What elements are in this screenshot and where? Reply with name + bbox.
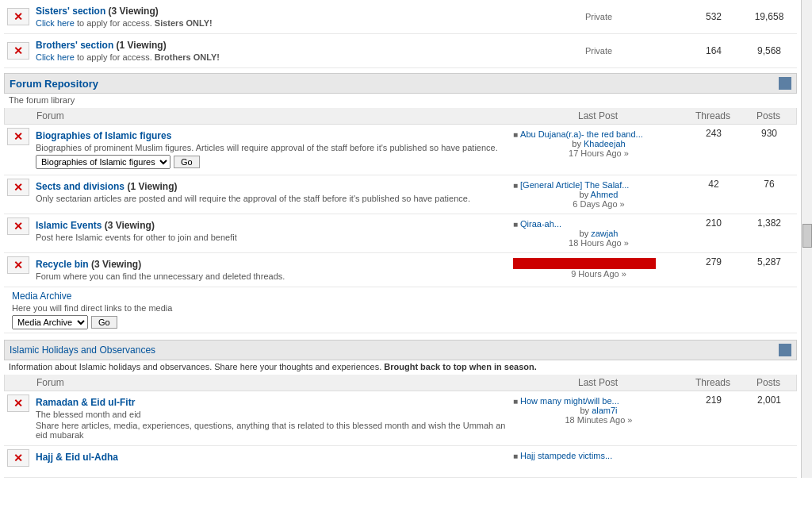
collapse-holidays-btn[interactable] xyxy=(779,344,791,356)
events-info: Islamic Events (3 Viewing) Post here Isl… xyxy=(32,217,511,244)
brothers-posts: 9,568 xyxy=(741,45,797,56)
hajj-last-post-link[interactable]: Hajj stampede victims... xyxy=(520,451,612,460)
holidays-col-header-threads: Threads xyxy=(685,377,741,388)
ramadan-posts: 2,001 xyxy=(741,394,797,406)
brothers-viewing: (1 Viewing) xyxy=(117,40,167,51)
holidays-col-header-forum: Forum xyxy=(5,377,511,388)
brothers-threads: 164 xyxy=(686,45,741,56)
x-icon: ✕ xyxy=(13,10,23,23)
recycle-desc: Forum where you can find the unnecessary… xyxy=(36,271,508,281)
forum-repository-link[interactable]: Forum Repository xyxy=(10,78,98,90)
islamic-events-row: ✕ Islamic Events (3 Viewing) Post here I… xyxy=(4,214,797,253)
sects-folder-icon: ✕ xyxy=(4,179,32,196)
recycle-last-post-ago: 9 Hours Ago » xyxy=(513,269,684,279)
forum-repository-col-headers: Forum Last Post Threads Posts xyxy=(4,108,797,125)
biographies-link[interactable]: Biographies of Islamic figures xyxy=(36,130,171,141)
sects-doc-icon: ■ xyxy=(513,181,518,190)
media-archive-link[interactable]: Media Archive xyxy=(12,291,71,302)
events-last-post: ■ Qiraa-ah... by zawjah 18 Hours Ago » xyxy=(511,217,686,249)
events-link[interactable]: Islamic Events xyxy=(36,220,102,231)
recycle-threads: 279 xyxy=(686,256,741,267)
sects-row: ✕ Sects and divisions (1 Viewing) Only s… xyxy=(4,175,797,214)
biographies-last-post-link[interactable]: Abu Dujana(r.a)- the red band... xyxy=(520,129,643,139)
biographies-dropdown[interactable]: Biographies of Islamic figures xyxy=(36,155,170,169)
ramadan-info: Ramadan & Eid ul-Fitr The blessed month … xyxy=(32,394,511,442)
ramadan-last-post-ago: 18 Minutes Ago » xyxy=(513,415,684,425)
holidays-section-desc: Information about Islamic holidays and o… xyxy=(4,360,797,375)
biographies-last-post-author[interactable]: Khadeejah xyxy=(584,139,626,148)
brothers-access: Private xyxy=(511,44,686,57)
events-last-post-ago: 18 Hours Ago » xyxy=(513,238,684,248)
sects-last-post: ■ [General Article] The Salaf... by Ahme… xyxy=(511,179,686,210)
recycle-info: Recycle bin (3 Viewing) Forum where you … xyxy=(32,256,511,283)
media-archive-desc: Here you will find direct links to the m… xyxy=(12,303,797,313)
ramadan-link[interactable]: Ramadan & Eid ul-Fitr xyxy=(36,397,135,408)
x-icon-4: ✕ xyxy=(13,181,23,194)
holidays-col-headers: Forum Last Post Threads Posts xyxy=(4,375,797,391)
events-folder-icon: ✕ xyxy=(4,217,32,235)
sisters-viewing: (3 Viewing) xyxy=(109,6,159,17)
ramadan-folder-icon: ✕ xyxy=(4,394,32,412)
sects-posts: 76 xyxy=(741,179,797,190)
events-posts: 1,382 xyxy=(741,217,797,229)
biographies-folder-icon: ✕ xyxy=(4,128,32,145)
biographies-posts: 930 xyxy=(741,128,797,139)
sects-last-post-link[interactable]: [General Article] The Salaf... xyxy=(520,180,629,190)
events-viewing: (3 Viewing) xyxy=(105,220,155,231)
biographies-last-post-ago: 17 Hours Ago » xyxy=(513,148,684,158)
sects-link[interactable]: Sects and divisions xyxy=(36,181,124,192)
scrollbar-thumb[interactable] xyxy=(802,224,812,248)
col-header-threads: Threads xyxy=(685,110,741,121)
ramadan-last-post-author[interactable]: alam7i xyxy=(592,406,617,415)
events-last-post-link[interactable]: Qiraa-ah... xyxy=(520,219,561,229)
recycle-redacted-bar xyxy=(513,258,656,269)
brothers-click-here-link[interactable]: Click here xyxy=(36,52,75,62)
holidays-section-header: Islamic Holidays and Observances xyxy=(4,340,797,360)
forum-repository-desc: The forum library xyxy=(4,94,797,108)
ramadan-desc1: The blessed month and eid xyxy=(36,410,508,419)
col-header-forum: Forum xyxy=(5,110,511,121)
ramadan-last-post-link[interactable]: How many might/will be... xyxy=(520,396,619,406)
holidays-section-link[interactable]: Islamic Holidays and Observances xyxy=(10,344,155,356)
recycle-viewing: (3 Viewing) xyxy=(91,259,141,270)
sects-last-post-author[interactable]: Ahmed xyxy=(591,190,619,199)
events-last-post-author[interactable]: zawjah xyxy=(591,229,618,238)
sisters-section-link[interactable]: Sisters' section xyxy=(36,6,105,17)
brothers-folder-icon: ✕ xyxy=(4,42,32,60)
scrollbar[interactable] xyxy=(801,0,812,478)
ramadan-row: ✕ Ramadan & Eid ul-Fitr The blessed mont… xyxy=(4,391,797,446)
sects-threads: 42 xyxy=(686,179,741,190)
sisters-forum-info: Sisters' section (3 Viewing) Click here … xyxy=(32,3,511,30)
sects-info: Sects and divisions (1 Viewing) Only sec… xyxy=(32,179,511,206)
ramadan-desc2: Share here articles, media, experiences,… xyxy=(36,421,508,440)
collapse-forum-repository-btn[interactable] xyxy=(779,77,791,90)
biographies-threads: 243 xyxy=(686,128,741,139)
hajj-row: ✕ Hajj & Eid ul-Adha ■ Hajj stampede vic… xyxy=(4,446,797,478)
post-doc-icon: ■ xyxy=(513,130,518,139)
sisters-link-desc: to apply for access. Sisters ONLY! xyxy=(77,18,213,28)
brothers-forum-info: Brothers' section (1 Viewing) Click here… xyxy=(32,37,511,64)
hajj-link[interactable]: Hajj & Eid ul-Adha xyxy=(36,452,118,463)
biographies-row: ✕ Biographies of Islamic figures Biograp… xyxy=(4,125,797,175)
biographies-go-button[interactable]: Go xyxy=(174,156,200,168)
media-archive-go-button[interactable]: Go xyxy=(91,316,117,329)
x-icon-8: ✕ xyxy=(13,452,23,464)
biographies-info: Biographies of Islamic figures Biographi… xyxy=(32,128,511,171)
brothers-section-link[interactable]: Brothers' section xyxy=(36,40,113,51)
brothers-section-row: ✕ Brothers' section (1 Viewing) Click he… xyxy=(4,34,797,68)
recycle-link[interactable]: Recycle bin xyxy=(36,259,89,270)
media-archive-dropdown[interactable]: Media Archive xyxy=(12,315,88,329)
recycle-posts: 5,287 xyxy=(741,256,797,267)
sisters-section-row: ✕ Sisters' section (3 Viewing) Click her… xyxy=(4,0,797,34)
sects-last-post-ago: 6 Days Ago » xyxy=(513,199,684,209)
hajj-folder-icon: ✕ xyxy=(4,449,32,467)
biographies-desc: Biographies of prominent Muslim figures.… xyxy=(36,143,508,152)
holidays-col-header-lastpost: Last Post xyxy=(511,377,685,388)
x-icon-3: ✕ xyxy=(13,130,23,143)
recycle-last-post: 9 Hours Ago » xyxy=(511,256,686,280)
media-archive-row: Media Archive Here you will find direct … xyxy=(4,287,797,333)
x-icon-7: ✕ xyxy=(13,397,23,410)
sisters-click-here-link[interactable]: Click here xyxy=(36,18,75,28)
forum-repository-header: Forum Repository xyxy=(4,73,797,94)
sisters-folder-icon: ✕ xyxy=(4,8,32,25)
